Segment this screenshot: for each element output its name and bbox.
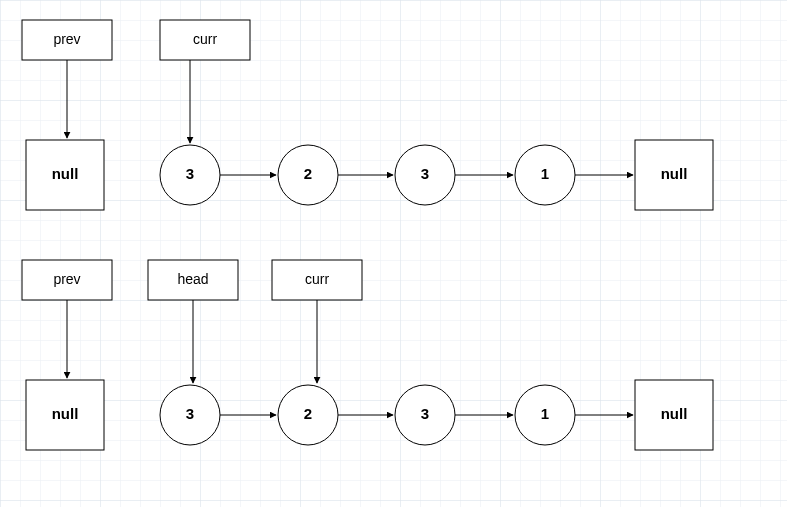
- row2-ptr-prev: prev: [22, 260, 112, 300]
- node1-val2: 3: [186, 405, 194, 422]
- row2-node-2: 2: [278, 385, 338, 445]
- row2-ptr-head: head: [148, 260, 238, 300]
- node3-val2: 3: [421, 405, 429, 422]
- row1-node-2: 2: [278, 145, 338, 205]
- node3-val: 3: [421, 165, 429, 182]
- row1-null-right: null: [635, 140, 713, 210]
- label-head2: head: [177, 271, 208, 287]
- row1-node-1: 3: [160, 145, 220, 205]
- row2-null-left: null: [26, 380, 104, 450]
- row2-null-right: null: [635, 380, 713, 450]
- null-right-text2: null: [661, 405, 688, 422]
- node4-val: 1: [541, 165, 549, 182]
- row1-ptr-prev: prev: [22, 20, 112, 60]
- row1-ptr-curr: curr: [160, 20, 250, 60]
- row2-node-4: 1: [515, 385, 575, 445]
- row1-node-4: 1: [515, 145, 575, 205]
- row1-node-3: 3: [395, 145, 455, 205]
- label-curr2: curr: [305, 271, 329, 287]
- node1-val: 3: [186, 165, 194, 182]
- row2-node-1: 3: [160, 385, 220, 445]
- linked-list-diagram: prev curr null 3 2 3 1 null prev: [0, 0, 787, 507]
- row2-ptr-curr: curr: [272, 260, 362, 300]
- null-left-text: null: [52, 165, 79, 182]
- label-curr: curr: [193, 31, 217, 47]
- null-right-text: null: [661, 165, 688, 182]
- node4-val2: 1: [541, 405, 549, 422]
- label-prev: prev: [53, 31, 80, 47]
- label-prev2: prev: [53, 271, 80, 287]
- row1-null-left: null: [26, 140, 104, 210]
- row2-node-3: 3: [395, 385, 455, 445]
- null-left-text2: null: [52, 405, 79, 422]
- node2-val2: 2: [304, 405, 312, 422]
- node2-val: 2: [304, 165, 312, 182]
